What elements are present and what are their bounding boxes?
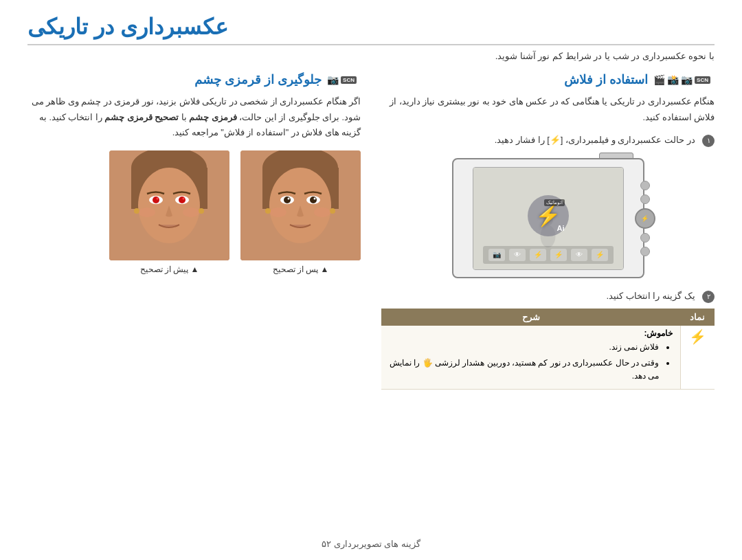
step2-text: یک گزینه را انتخاب کنید. <box>606 291 695 301</box>
bullet-1: فلاش نمی زند. <box>388 341 660 354</box>
table-row: ⚡ خاموش: فلاش نمی زند. وقتی در حال عکسبر… <box>381 326 715 389</box>
svg-point-26 <box>157 197 159 199</box>
camera-wrapper: اتوماتیک ⚡ Ai ⚡ 👁 ⚡ ⚡ <box>452 158 644 278</box>
redeye-bold2: تصحیح قرمزی چشم <box>104 113 179 122</box>
cam-btn-bot <box>640 247 650 256</box>
table-icon-cell: ⚡ <box>680 326 715 389</box>
cam-btn-mid2 <box>640 233 650 243</box>
step2-number: ۲ <box>702 291 715 303</box>
svg-point-31 <box>183 208 199 217</box>
svg-point-11 <box>288 197 290 199</box>
flash-title-text: استفاده از فلاش <box>564 72 648 87</box>
scn-badge-redeye: SCN <box>341 76 357 84</box>
page-footer: گزینه های تصویربرداری ۵۲ <box>0 539 742 549</box>
camera-icon-flash: 📷 <box>681 74 693 85</box>
svg-point-9 <box>284 197 291 203</box>
photo-before-caption: ▲ پیش از تصحیح <box>109 265 229 274</box>
flash-off-icon: ⚡ <box>689 329 706 344</box>
svg-point-27 <box>183 197 185 199</box>
camera2-icon-flash: 📸 <box>667 74 679 85</box>
svg-point-12 <box>314 197 316 199</box>
icon-box-6: 📷 <box>488 249 505 261</box>
icon-box-2: 👁 <box>571 249 587 261</box>
svg-point-10 <box>310 197 317 203</box>
step1-text: در حالت عکسبرداری و فیلمبرداری، [⚡] را ف… <box>495 135 695 145</box>
icon-box-1: ⚡ <box>592 249 608 261</box>
cam-btn-mid1 <box>640 194 650 204</box>
screen-inner: اتوماتیک ⚡ Ai ⚡ 👁 ⚡ ⚡ <box>473 168 623 269</box>
page-title: عکسبرداری در تاریکی <box>27 14 715 45</box>
cam-btn-top <box>640 181 650 190</box>
icon-box-5: 👁 <box>509 249 526 261</box>
bottom-icons-row: ⚡ 👁 ⚡ ⚡ 👁 📷 <box>483 246 614 264</box>
icon-box-4: ⚡ <box>530 249 546 261</box>
photo-before <box>109 150 229 260</box>
svg-point-24 <box>153 197 159 203</box>
flash-icons: SCN 📷 📸 🎬 <box>653 74 710 85</box>
camera-right-buttons: ⚡ <box>635 181 655 256</box>
option-bullets: فلاش نمی زند. وقتی در حال عکسبرداری در ن… <box>388 341 673 383</box>
cam-btn-flash: ⚡ <box>635 208 655 229</box>
bullet-2: وقتی در حال عکسبرداری در نور کم هستید، د… <box>388 357 660 383</box>
flash-description: هنگام عکسبرداری در تاریکی یا هنگامی که د… <box>381 94 715 125</box>
step1-number: ۱ <box>702 135 715 147</box>
svg-point-28 <box>134 208 139 214</box>
photo-before-item: ▲ پیش از تصحیح <box>109 150 229 274</box>
video-icon-flash: 🎬 <box>653 74 665 85</box>
table-header-row: نماد شرح <box>381 309 715 326</box>
step2-container: ۲ یک گزینه را انتخاب کنید. <box>381 289 715 303</box>
camera-icon-redeye: 📷 <box>327 74 339 85</box>
scn-badge-flash: SCN <box>695 76 710 84</box>
redeye-bold1: فرمزی چشم <box>189 113 236 122</box>
photo-after <box>240 150 361 260</box>
photo-comparison: ▲ پس از تصحیح <box>27 150 361 274</box>
svg-point-16 <box>314 208 330 217</box>
svg-point-15 <box>270 208 286 217</box>
step1-container: ۱ در حالت عکسبرداری و فیلمبرداری، [⚡] را… <box>381 133 715 147</box>
face-before-svg <box>109 150 229 260</box>
flash-section: SCN 📷 📸 🎬 استفاده از فلاش هنگام عکسبردار… <box>381 72 715 390</box>
camera-diagram: اتوماتیک ⚡ Ai ⚡ 👁 ⚡ ⚡ <box>381 158 715 278</box>
col-symbol-header: نماد <box>680 309 715 326</box>
auto-text: اتوماتیک <box>544 199 565 206</box>
top-description: با نحوه عکسبرداری در شب یا در شرایط کم ن… <box>27 51 715 61</box>
camera-screen: اتوماتیک ⚡ Ai ⚡ 👁 ⚡ ⚡ <box>473 167 624 270</box>
redeye-icons: SCN 📷 <box>327 74 357 85</box>
redeye-title-text: جلوگیری از قرمزی چشم <box>194 72 322 87</box>
icon-box-3: ⚡ <box>550 249 567 261</box>
col-desc-header: شرح <box>381 309 680 326</box>
flash-auto-circle: اتوماتیک ⚡ Ai <box>528 195 569 236</box>
svg-point-29 <box>199 208 204 214</box>
main-content: SCN 📷 📸 🎬 استفاده از فلاش هنگام عکسبردار… <box>27 72 715 390</box>
table-desc-cell: خاموش: فلاش نمی زند. وقتی در حال عکسبردا… <box>381 326 680 389</box>
flash-section-title: SCN 📷 📸 🎬 استفاده از فلاش <box>381 72 715 87</box>
option-label: خاموش: <box>388 328 673 338</box>
redeye-desc-part2: با <box>179 113 189 122</box>
photo-after-item: ▲ پس از تصحیح <box>240 150 361 274</box>
ai-label: Ai <box>557 224 565 232</box>
redeye-description: اگر هنگام عکسبرداری از شخصی در تاریکی فل… <box>27 94 361 141</box>
photo-after-caption: ▲ پس از تصحیح <box>240 265 361 274</box>
svg-point-25 <box>179 197 186 203</box>
redeye-section-title: SCN 📷 جلوگیری از قرمزی چشم <box>27 72 361 87</box>
page-container: عکسبرداری در تاریکی با نحوه عکسبرداری در… <box>0 0 742 560</box>
svg-point-30 <box>139 208 155 217</box>
svg-point-13 <box>265 208 271 214</box>
svg-point-14 <box>330 208 335 214</box>
face-after-svg <box>240 150 361 260</box>
options-table: نماد شرح ⚡ خاموش: فلاش نمی زند. وق <box>381 309 715 390</box>
redeye-section: SCN 📷 جلوگیری از قرمزی چشم اگر هنگام عکس… <box>27 72 361 390</box>
camera-body: اتوماتیک ⚡ Ai ⚡ 👁 ⚡ ⚡ <box>452 158 644 278</box>
